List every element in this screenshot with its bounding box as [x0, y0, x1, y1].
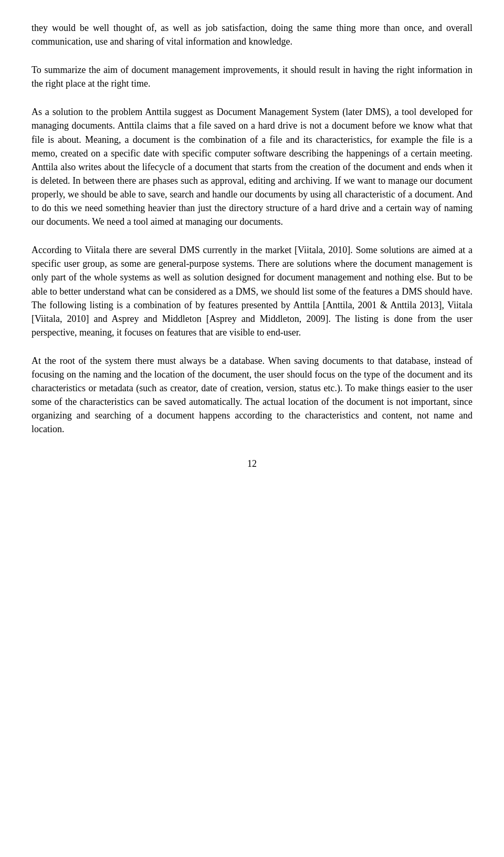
paragraph-2: To summarize the aim of document managem…: [32, 63, 472, 90]
paragraph-5-text: At the root of the system there must alw…: [32, 356, 472, 434]
paragraph-2-text: To summarize the aim of document managem…: [32, 65, 472, 89]
paragraph-5: At the root of the system there must alw…: [32, 354, 472, 436]
paragraph-1-text: they would be well thought of, as well a…: [32, 23, 472, 47]
paragraph-3-text: As a solution to the problem Anttila sug…: [32, 107, 472, 227]
paragraph-4-text: According to Viitala there are several D…: [32, 245, 472, 338]
paragraph-1: they would be well thought of, as well a…: [32, 21, 472, 48]
page-content: they would be well thought of, as well a…: [32, 21, 472, 471]
paragraph-3: As a solution to the problem Anttila sug…: [32, 105, 472, 228]
paragraph-4: According to Viitala there are several D…: [32, 243, 472, 339]
page-number: 12: [32, 457, 472, 471]
